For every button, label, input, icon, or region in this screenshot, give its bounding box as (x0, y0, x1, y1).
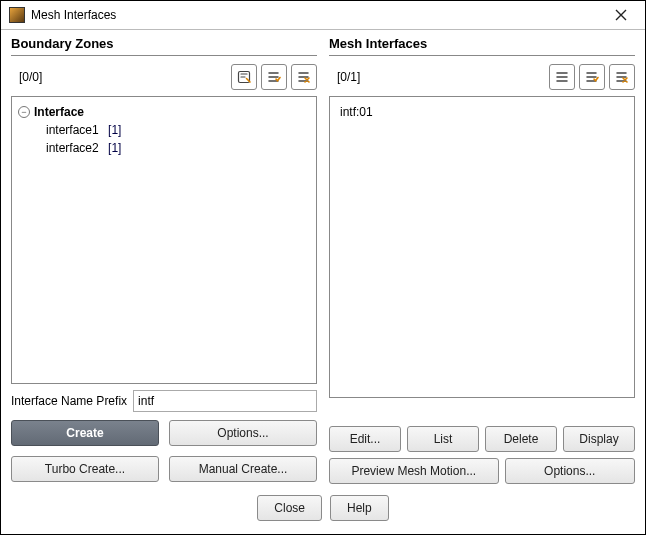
options-button[interactable]: Options... (169, 420, 317, 446)
prefix-label: Interface Name Prefix (11, 394, 127, 408)
mesh-interfaces-count: [0/1] (329, 70, 545, 84)
mesh-interfaces-header: [0/1] (329, 56, 635, 96)
deselect-all-icon[interactable] (609, 64, 635, 90)
zone-count: [1] (108, 123, 121, 137)
edit-button[interactable]: Edit... (329, 426, 401, 452)
preview-mesh-motion-button[interactable]: Preview Mesh Motion... (329, 458, 499, 484)
list-lines-icon[interactable] (549, 64, 575, 90)
list-button[interactable]: List (407, 426, 479, 452)
display-button[interactable]: Display (563, 426, 635, 452)
tree-children: interface1 [1] interface2 [1] (18, 121, 312, 157)
zone-name: interface1 (46, 123, 99, 137)
tree-node-interface[interactable]: − Interface (18, 103, 312, 121)
manual-create-button[interactable]: Manual Create... (169, 456, 317, 482)
close-button[interactable]: Close (257, 495, 322, 521)
boundary-zones-count: [0/0] (11, 70, 227, 84)
deselect-all-icon[interactable] (291, 64, 317, 90)
zone-name: interface2 (46, 141, 99, 155)
mesh-actions-row1: Edit... List Delete Display (329, 426, 635, 452)
mesh-options-button[interactable]: Options... (505, 458, 635, 484)
dialog-body: Boundary Zones [0/0] (1, 30, 645, 488)
tree-root-label: Interface (34, 105, 84, 119)
collapse-icon[interactable]: − (18, 106, 30, 118)
zone-count: [1] (108, 141, 121, 155)
select-all-icon[interactable] (261, 64, 287, 90)
create-button[interactable]: Create (11, 420, 159, 446)
close-icon[interactable] (605, 5, 637, 25)
spacer (329, 398, 635, 426)
turbo-create-button[interactable]: Turbo Create... (11, 456, 159, 482)
boundary-zones-panel: Boundary Zones [0/0] (11, 34, 317, 488)
titlebar: Mesh Interfaces (1, 1, 645, 30)
list-item[interactable]: interface2 [1] (46, 139, 312, 157)
mesh-interfaces-dialog: Mesh Interfaces Boundary Zones [0/0] (0, 0, 646, 535)
app-icon (9, 7, 25, 23)
prefix-row: Interface Name Prefix (11, 384, 317, 418)
boundary-zones-tree[interactable]: − Interface interface1 [1] interface2 [1… (11, 96, 317, 384)
window-title: Mesh Interfaces (31, 8, 605, 22)
dialog-footer: Close Help (1, 488, 645, 534)
interface-name-prefix-input[interactable] (133, 390, 317, 412)
list-item[interactable]: intf:01 (334, 103, 630, 121)
filter-icon[interactable] (231, 64, 257, 90)
boundary-zones-title: Boundary Zones (11, 34, 317, 56)
list-item[interactable]: interface1 [1] (46, 121, 312, 139)
mesh-interfaces-list[interactable]: intf:01 (329, 96, 635, 398)
interface-name: intf:01 (340, 105, 373, 119)
select-all-icon[interactable] (579, 64, 605, 90)
mesh-interfaces-title: Mesh Interfaces (329, 34, 635, 56)
help-button[interactable]: Help (330, 495, 389, 521)
mesh-interfaces-panel: Mesh Interfaces [0/1] (329, 34, 635, 488)
delete-button[interactable]: Delete (485, 426, 557, 452)
boundary-zones-header: [0/0] (11, 56, 317, 96)
mesh-actions-row2: Preview Mesh Motion... Options... (329, 458, 635, 484)
